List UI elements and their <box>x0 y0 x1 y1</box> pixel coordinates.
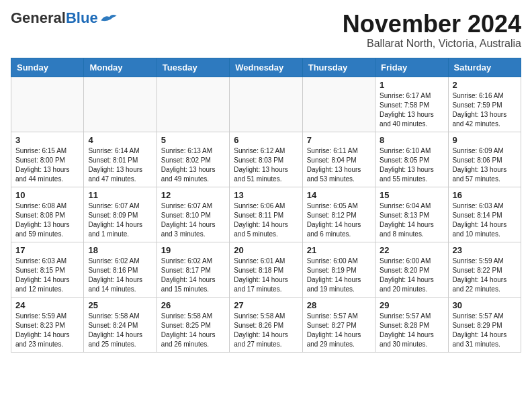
calendar-cell: 27Sunrise: 5:58 AM Sunset: 8:26 PM Dayli… <box>230 297 302 352</box>
calendar-cell: 5Sunrise: 6:13 AM Sunset: 8:02 PM Daylig… <box>157 132 229 187</box>
logo-general: General <box>11 9 66 26</box>
day-number: 10 <box>15 190 79 200</box>
day-info: Sunrise: 6:14 AM Sunset: 8:01 PM Dayligh… <box>88 146 152 184</box>
calendar-week-row: 24Sunrise: 5:59 AM Sunset: 8:23 PM Dayli… <box>11 297 521 352</box>
weekday-header: Wednesday <box>230 58 302 77</box>
day-info: Sunrise: 5:57 AM Sunset: 8:29 PM Dayligh… <box>453 312 517 349</box>
calendar-cell: 28Sunrise: 5:57 AM Sunset: 8:27 PM Dayli… <box>302 297 375 352</box>
day-number: 5 <box>161 135 225 145</box>
day-info: Sunrise: 6:03 AM Sunset: 8:15 PM Dayligh… <box>15 257 79 294</box>
calendar-cell: 12Sunrise: 6:07 AM Sunset: 8:10 PM Dayli… <box>157 187 229 242</box>
calendar-cell <box>230 77 302 132</box>
day-number: 16 <box>453 190 517 200</box>
day-number: 11 <box>88 190 152 200</box>
logo-blue: Blue <box>66 9 98 26</box>
day-number: 4 <box>88 135 152 145</box>
page-subtitle: Ballarat North, Victoria, Australia <box>343 38 521 50</box>
page-title: November 2024 <box>343 11 521 38</box>
calendar-cell: 3Sunrise: 6:15 AM Sunset: 8:00 PM Daylig… <box>11 132 84 187</box>
title-section: November 2024 Ballarat North, Victoria, … <box>343 11 521 50</box>
calendar-cell: 8Sunrise: 6:10 AM Sunset: 8:05 PM Daylig… <box>375 132 448 187</box>
calendar-cell: 1Sunrise: 6:17 AM Sunset: 7:58 PM Daylig… <box>375 77 448 132</box>
day-info: Sunrise: 5:58 AM Sunset: 8:24 PM Dayligh… <box>88 312 152 349</box>
day-info: Sunrise: 6:02 AM Sunset: 8:16 PM Dayligh… <box>88 257 152 294</box>
weekday-header: Saturday <box>448 58 521 77</box>
calendar-cell: 21Sunrise: 6:00 AM Sunset: 8:19 PM Dayli… <box>302 242 375 297</box>
day-info: Sunrise: 6:10 AM Sunset: 8:05 PM Dayligh… <box>380 146 443 184</box>
day-number: 14 <box>307 190 371 200</box>
day-number: 18 <box>88 245 152 255</box>
day-number: 23 <box>453 245 517 255</box>
day-info: Sunrise: 6:13 AM Sunset: 8:02 PM Dayligh… <box>161 146 225 184</box>
calendar-cell: 9Sunrise: 6:09 AM Sunset: 8:06 PM Daylig… <box>448 132 521 187</box>
calendar-week-row: 17Sunrise: 6:03 AM Sunset: 8:15 PM Dayli… <box>11 242 521 297</box>
day-info: Sunrise: 6:06 AM Sunset: 8:11 PM Dayligh… <box>234 201 298 239</box>
day-number: 25 <box>88 300 152 310</box>
calendar-cell: 2Sunrise: 6:16 AM Sunset: 7:59 PM Daylig… <box>448 77 521 132</box>
day-info: Sunrise: 5:57 AM Sunset: 8:27 PM Dayligh… <box>307 312 371 349</box>
calendar-cell: 6Sunrise: 6:12 AM Sunset: 8:03 PM Daylig… <box>230 132 302 187</box>
day-number: 26 <box>161 300 225 310</box>
calendar-week-row: 1Sunrise: 6:17 AM Sunset: 7:58 PM Daylig… <box>11 77 521 132</box>
page-header: GeneralBlue November 2024 Ballarat North… <box>11 11 521 50</box>
day-info: Sunrise: 6:00 AM Sunset: 8:20 PM Dayligh… <box>380 257 443 294</box>
calendar-cell: 18Sunrise: 6:02 AM Sunset: 8:16 PM Dayli… <box>84 242 157 297</box>
day-number: 28 <box>307 300 371 310</box>
weekday-header: Thursday <box>302 58 375 77</box>
calendar-cell: 19Sunrise: 6:02 AM Sunset: 8:17 PM Dayli… <box>157 242 229 297</box>
calendar-cell: 11Sunrise: 6:07 AM Sunset: 8:09 PM Dayli… <box>84 187 157 242</box>
day-number: 9 <box>453 135 517 145</box>
day-number: 6 <box>234 135 298 145</box>
day-number: 19 <box>161 245 225 255</box>
day-info: Sunrise: 6:16 AM Sunset: 7:59 PM Dayligh… <box>453 91 517 129</box>
day-number: 21 <box>307 245 371 255</box>
logo-bird-icon <box>99 12 118 24</box>
calendar-cell: 20Sunrise: 6:01 AM Sunset: 8:18 PM Dayli… <box>230 242 302 297</box>
day-info: Sunrise: 5:59 AM Sunset: 8:22 PM Dayligh… <box>453 257 517 294</box>
day-number: 8 <box>380 135 443 145</box>
calendar-cell: 10Sunrise: 6:08 AM Sunset: 8:08 PM Dayli… <box>11 187 84 242</box>
weekday-header: Friday <box>375 58 448 77</box>
calendar-cell <box>11 77 84 132</box>
day-number: 3 <box>15 135 79 145</box>
calendar-cell <box>302 77 375 132</box>
day-number: 7 <box>307 135 371 145</box>
calendar-week-row: 10Sunrise: 6:08 AM Sunset: 8:08 PM Dayli… <box>11 187 521 242</box>
logo: GeneralBlue <box>11 11 118 26</box>
day-number: 20 <box>234 245 298 255</box>
calendar-cell: 23Sunrise: 5:59 AM Sunset: 8:22 PM Dayli… <box>448 242 521 297</box>
day-info: Sunrise: 6:01 AM Sunset: 8:18 PM Dayligh… <box>234 257 298 294</box>
calendar-cell: 30Sunrise: 5:57 AM Sunset: 8:29 PM Dayli… <box>448 297 521 352</box>
weekday-header: Monday <box>84 58 157 77</box>
day-number: 24 <box>15 300 79 310</box>
calendar-cell: 16Sunrise: 6:03 AM Sunset: 8:14 PM Dayli… <box>448 187 521 242</box>
day-info: Sunrise: 5:58 AM Sunset: 8:25 PM Dayligh… <box>161 312 225 349</box>
day-number: 1 <box>380 80 443 90</box>
day-info: Sunrise: 6:05 AM Sunset: 8:12 PM Dayligh… <box>307 201 371 239</box>
calendar-cell: 15Sunrise: 6:04 AM Sunset: 8:13 PM Dayli… <box>375 187 448 242</box>
day-info: Sunrise: 6:17 AM Sunset: 7:58 PM Dayligh… <box>380 91 443 129</box>
day-number: 30 <box>453 300 517 310</box>
calendar-cell <box>84 77 157 132</box>
day-number: 29 <box>380 300 443 310</box>
day-info: Sunrise: 6:08 AM Sunset: 8:08 PM Dayligh… <box>15 201 79 239</box>
day-number: 27 <box>234 300 298 310</box>
calendar-cell: 7Sunrise: 6:11 AM Sunset: 8:04 PM Daylig… <box>302 132 375 187</box>
calendar-cell: 25Sunrise: 5:58 AM Sunset: 8:24 PM Dayli… <box>84 297 157 352</box>
day-number: 2 <box>453 80 517 90</box>
day-info: Sunrise: 6:04 AM Sunset: 8:13 PM Dayligh… <box>380 201 443 239</box>
calendar-cell: 26Sunrise: 5:58 AM Sunset: 8:25 PM Dayli… <box>157 297 229 352</box>
day-info: Sunrise: 6:07 AM Sunset: 8:10 PM Dayligh… <box>161 201 225 239</box>
day-number: 13 <box>234 190 298 200</box>
calendar-cell: 22Sunrise: 6:00 AM Sunset: 8:20 PM Dayli… <box>375 242 448 297</box>
day-number: 17 <box>15 245 79 255</box>
day-number: 12 <box>161 190 225 200</box>
day-info: Sunrise: 5:59 AM Sunset: 8:23 PM Dayligh… <box>15 312 79 349</box>
day-info: Sunrise: 6:02 AM Sunset: 8:17 PM Dayligh… <box>161 257 225 294</box>
day-info: Sunrise: 6:09 AM Sunset: 8:06 PM Dayligh… <box>453 146 517 184</box>
day-info: Sunrise: 5:57 AM Sunset: 8:28 PM Dayligh… <box>380 312 443 349</box>
weekday-header: Sunday <box>11 58 84 77</box>
calendar-cell: 17Sunrise: 6:03 AM Sunset: 8:15 PM Dayli… <box>11 242 84 297</box>
calendar-cell <box>157 77 229 132</box>
calendar-cell: 14Sunrise: 6:05 AM Sunset: 8:12 PM Dayli… <box>302 187 375 242</box>
